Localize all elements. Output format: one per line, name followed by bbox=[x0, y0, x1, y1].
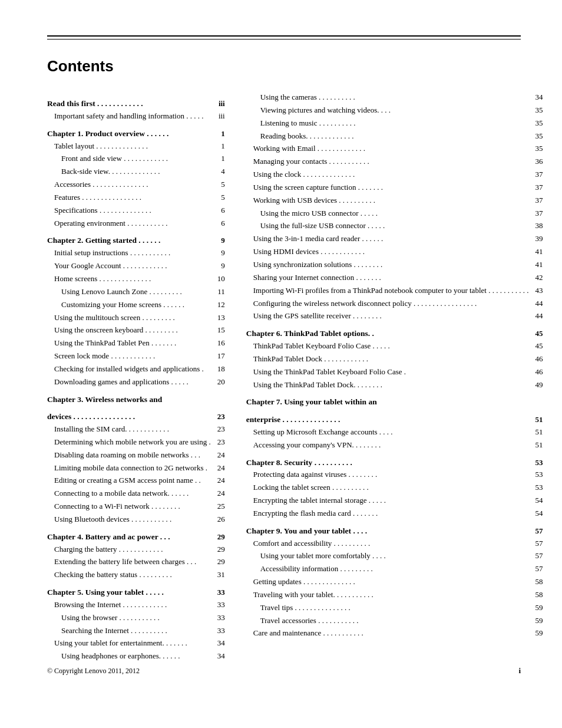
page-num: 34 bbox=[211, 651, 225, 662]
toc-entry: Using the 3-in-1 media card reader . . .… bbox=[246, 233, 543, 245]
toc-entry: Viewing pictures and watching videos. . … bbox=[246, 105, 543, 116]
toc-entry: Using the clock . . . . . . . . . . . . … bbox=[246, 169, 543, 180]
page-num: 12 bbox=[211, 299, 225, 311]
toc-entry: Listening to music . . . . . . . . . .35 bbox=[246, 118, 543, 129]
toc-entry: Important safety and handling informatio… bbox=[47, 111, 225, 122]
chapter-entry: Read this first . . . . . . . . . . . .i… bbox=[47, 98, 225, 110]
page-num: 5 bbox=[211, 192, 225, 203]
page-num: 45 bbox=[528, 328, 543, 340]
page-num: 1 bbox=[211, 141, 225, 152]
entry-text: Travel accessories . . . . . . . . . . . bbox=[260, 615, 529, 627]
entry-text: Accessories . . . . . . . . . . . . . . … bbox=[54, 179, 211, 190]
toc-entry: Using your tablet for entertainment. . .… bbox=[47, 638, 225, 649]
page-num: 44 bbox=[528, 298, 543, 309]
entry-text: ThinkPad Tablet Dock . . . . . . . . . .… bbox=[253, 354, 529, 365]
toc-entry: Determining which mobile network you are… bbox=[47, 437, 225, 448]
page-num: 49 bbox=[528, 380, 543, 391]
page-num: 43 bbox=[528, 285, 543, 297]
toc-entry: Using the ThinkPad Tablet Dock. . . . . … bbox=[246, 380, 543, 391]
toc-entry: Charging the battery . . . . . . . . . .… bbox=[47, 544, 225, 555]
entry-text: Setting up Microsoft Exchange accounts .… bbox=[253, 427, 529, 438]
page-num: 20 bbox=[211, 377, 225, 388]
entry-text: Using synchronization solutions . . . . … bbox=[253, 259, 529, 271]
page-num: 36 bbox=[528, 156, 543, 167]
entry-text: Back-side view. . . . . . . . . . . . . … bbox=[61, 166, 211, 177]
toc-entry: Getting updates . . . . . . . . . . . . … bbox=[246, 577, 543, 588]
page-num: 51 bbox=[528, 440, 543, 451]
page-num: 35 bbox=[528, 105, 543, 116]
entry-text: Operating environment . . . . . . . . . … bbox=[54, 218, 211, 229]
entry-text: Using headphones or earphones. . . . . . bbox=[61, 651, 211, 662]
entry-text: Important safety and handling informatio… bbox=[54, 111, 211, 122]
entry-text: Browsing the Internet . . . . . . . . . … bbox=[54, 599, 211, 611]
entry-text: Initial setup instructions . . . . . . .… bbox=[54, 248, 211, 259]
page-num: 57 bbox=[528, 526, 543, 537]
toc-entry: Using the screen capture function . . . … bbox=[246, 182, 543, 193]
page-num: 59 bbox=[528, 615, 543, 627]
page-num: 37 bbox=[528, 195, 543, 206]
entry-text: Using the micro USB connector . . . . . bbox=[260, 208, 529, 219]
entry-text: Specifications . . . . . . . . . . . . .… bbox=[54, 205, 211, 216]
toc-entry: ThinkPad Tablet Dock . . . . . . . . . .… bbox=[246, 354, 543, 365]
page-num: 29 bbox=[211, 556, 225, 568]
entry-text: Using Lenovo Launch Zone . . . . . . . .… bbox=[61, 286, 211, 298]
toc-entry: Importing Wi-Fi profiles from a ThinkPad… bbox=[246, 285, 543, 297]
toc-entry: Downloading games and applications . . .… bbox=[47, 377, 225, 388]
toc-entry: Your Google Account . . . . . . . . . . … bbox=[47, 261, 225, 272]
toc-entry: Sharing your Internet connection . . . .… bbox=[246, 272, 543, 284]
page-num: 59 bbox=[528, 602, 543, 614]
entry-text: devices . . . . . . . . . . . . . . . . bbox=[47, 411, 211, 423]
toc-entry: Disabling data roaming on mobile network… bbox=[47, 450, 225, 461]
page-num: 33 bbox=[211, 599, 225, 611]
page-num: 6 bbox=[211, 218, 225, 229]
toc-entry: Connecting to a mobile data network. . .… bbox=[47, 488, 225, 499]
entry-text: Extending the battery life between charg… bbox=[54, 556, 211, 568]
entry-text: Care and maintenance . . . . . . . . . .… bbox=[253, 628, 529, 639]
toc-entry: Editing or creating a GSM access point n… bbox=[47, 475, 225, 486]
toc-entry: Using the cameras . . . . . . . . . .34 bbox=[246, 92, 543, 103]
page-num: 53 bbox=[528, 457, 543, 469]
entry-text: Working with USB devices . . . . . . . .… bbox=[253, 195, 529, 206]
page-num: 53 bbox=[528, 469, 543, 480]
page-num: 54 bbox=[528, 508, 543, 519]
entry-text: Using the onscreen keyboard . . . . . . … bbox=[54, 325, 211, 336]
toc-entry: Using the browser . . . . . . . . . . .3… bbox=[47, 612, 225, 624]
toc-entry: Accessibility information . . . . . . . … bbox=[246, 564, 543, 575]
page-num: 44 bbox=[528, 311, 543, 322]
page-num: 33 bbox=[211, 587, 225, 598]
entry-text: Chapter 5. Using your tablet . . . . . bbox=[47, 587, 211, 598]
page-num: 39 bbox=[528, 233, 543, 245]
page-num: 45 bbox=[528, 341, 543, 352]
toc-entry: Screen lock mode . . . . . . . . . . . .… bbox=[47, 351, 225, 362]
page-num: 11 bbox=[211, 286, 225, 298]
page-num: 24 bbox=[211, 450, 225, 461]
page-num: 58 bbox=[528, 589, 543, 601]
left-column: Read this first . . . . . . . . . . . .i… bbox=[47, 92, 225, 664]
entry-text: Encrypting the tablet internal storage .… bbox=[253, 495, 529, 506]
toc-entry: Extending the battery life between charg… bbox=[47, 556, 225, 568]
entry-text: Configuring the wireless network disconn… bbox=[253, 298, 529, 309]
entry-text: Using HDMI devices . . . . . . . . . . .… bbox=[253, 246, 529, 258]
page-num: 29 bbox=[211, 532, 225, 543]
entry-text: Editing or creating a GSM access point n… bbox=[54, 475, 211, 486]
entry-text: Using the ThinkPad Tablet Dock. . . . . … bbox=[253, 380, 529, 391]
page-num: 9 bbox=[211, 261, 225, 272]
toc-entry: Operating environment . . . . . . . . . … bbox=[47, 218, 225, 229]
entry-text: Comfort and accessibility . . . . . . . … bbox=[253, 538, 529, 549]
entry-text: Chapter 3. Wireless networks and bbox=[47, 394, 225, 406]
toc-entry: ThinkPad Tablet Keyboard Folio Case . . … bbox=[246, 341, 543, 352]
entry-text: Checking the battery status . . . . . . … bbox=[54, 569, 211, 581]
page-number: i bbox=[518, 666, 521, 676]
toc-entry: Using synchronization solutions . . . . … bbox=[246, 259, 543, 271]
toc-entry: Comfort and accessibility . . . . . . . … bbox=[246, 538, 543, 549]
chapter-entry: Chapter 4. Battery and ac power . . .29 bbox=[47, 531, 225, 543]
toc-entry: Using Lenovo Launch Zone . . . . . . . .… bbox=[47, 286, 225, 298]
page-num: 38 bbox=[528, 220, 543, 232]
entry-text: Importing Wi-Fi profiles from a ThinkPad… bbox=[253, 285, 529, 297]
entry-text: Charging the battery . . . . . . . . . .… bbox=[54, 544, 211, 555]
page-num: 57 bbox=[528, 551, 543, 562]
toc-entry: Reading books. . . . . . . . . . . . .35 bbox=[246, 131, 543, 142]
entry-text: Listening to music . . . . . . . . . . bbox=[260, 118, 529, 129]
page-num: 33 bbox=[211, 612, 225, 624]
chapter-entry: Chapter 3. Wireless networks and bbox=[47, 394, 225, 406]
